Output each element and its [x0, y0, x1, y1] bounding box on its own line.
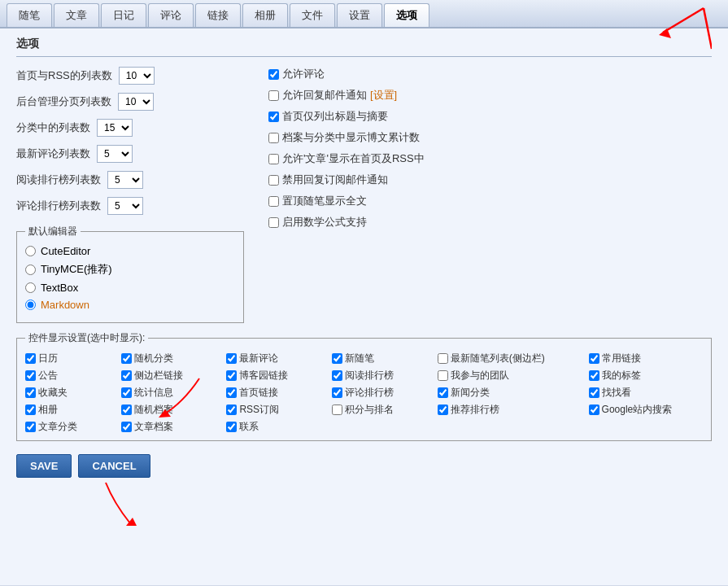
widget-stats: 统计信息 — [121, 386, 214, 400]
label-admin: 后台管理分页列表数 — [16, 94, 111, 109]
cb-common-links[interactable] — [589, 353, 599, 364]
cb-disable-reply-input[interactable] — [268, 175, 279, 186]
cb-google-search[interactable] — [589, 405, 599, 415]
cb-article-archive[interactable] — [121, 422, 132, 432]
form-row-4: 阅读排行榜列表数 5101520 — [16, 171, 244, 189]
radio-cute-label: CuteEditor — [41, 245, 90, 257]
widget-comment-rank: 评论排行榜 — [332, 386, 425, 400]
widget-random-archive: 随机档案 — [121, 403, 214, 417]
widget-sidebar-links: 侧边栏链接 — [121, 369, 214, 383]
tab-xiangce[interactable]: 相册 — [242, 3, 288, 27]
cb-home-link[interactable] — [226, 387, 237, 398]
radio-cute: CuteEditor — [25, 245, 235, 257]
cb-sidebar-links[interactable] — [121, 370, 132, 381]
select-rss[interactable]: 1051520 — [119, 67, 155, 85]
cb-new-post[interactable] — [332, 353, 342, 364]
tab-suibi[interactable]: 随笔 — [7, 3, 52, 27]
radio-tiny-label: TinyMCE(推荐) — [41, 262, 112, 277]
widget-article-cat: 文章分类 — [25, 420, 108, 434]
cb-math: 启用数学公式支持 — [268, 215, 712, 230]
cb-article-cat[interactable] — [25, 422, 36, 432]
tab-riji[interactable]: 日记 — [101, 3, 146, 27]
radio-cute-input[interactable] — [25, 246, 36, 256]
label-read: 阅读排行榜列表数 — [16, 173, 101, 187]
widget-read-rank: 阅读排行榜 — [332, 369, 425, 383]
cb-email-notify-link[interactable]: [设置] — [370, 88, 397, 103]
cb-recommend-rank[interactable] — [438, 405, 448, 415]
cb-rss[interactable] — [226, 405, 237, 415]
widget-google-search: Google站内搜索 — [589, 403, 703, 417]
tab-xuanxiang[interactable]: 选项 — [384, 3, 429, 27]
tab-wenzhang[interactable]: 文章 — [54, 3, 99, 27]
select-admin[interactable]: 1051520 — [118, 93, 154, 111]
cb-email-notify: 允许回复邮件通知 [设置] — [268, 88, 712, 103]
tab-pinglun[interactable]: 评论 — [148, 3, 194, 27]
widget-post-list: 最新随笔列表(侧边栏) — [438, 352, 576, 365]
widget-common-links: 常用链接 — [589, 352, 703, 365]
cb-team[interactable] — [438, 370, 448, 381]
widget-new-post: 新随笔 — [332, 352, 425, 365]
widget-album: 相册 — [25, 403, 108, 417]
tab-shezhi[interactable]: 设置 — [337, 3, 382, 27]
cb-favorites[interactable] — [25, 387, 36, 398]
page-content: 选项 首页与RSS的列表数 1051520 后台管理分页列表数 1051520 — [0, 28, 728, 585]
cb-calendar[interactable] — [25, 353, 36, 364]
cb-homepage-title-label: 首页仅列出标题与摘要 — [282, 109, 388, 124]
tab-lianjie[interactable]: 链接 — [195, 3, 241, 27]
cb-contact[interactable] — [226, 422, 237, 432]
tab-wenjian[interactable]: 文件 — [290, 3, 335, 27]
cancel-button[interactable]: CANCEL — [78, 454, 150, 478]
widget-search: 找找看 — [589, 386, 703, 400]
radio-textbox: TextBox — [25, 282, 235, 294]
widget-notice: 公告 — [25, 369, 108, 383]
cb-allow-comment-input[interactable] — [268, 69, 279, 80]
save-button[interactable]: SAVE — [16, 454, 72, 478]
main-layout: 首页与RSS的列表数 1051520 后台管理分页列表数 1051520 分类中… — [16, 67, 712, 323]
nav-bar: 随笔 文章 日记 评论 链接 相册 文件 设置 选项 — [0, 0, 728, 28]
cb-score[interactable] — [332, 405, 342, 415]
cb-homepage-title-input[interactable] — [268, 112, 279, 122]
radio-tiny: TinyMCE(推荐) — [25, 262, 235, 277]
radio-tiny-input[interactable] — [25, 265, 36, 275]
select-category[interactable]: 1551020 — [97, 119, 133, 137]
form-row-1: 后台管理分页列表数 1051520 — [16, 93, 244, 111]
cb-top-full-input[interactable] — [268, 196, 279, 207]
label-comment: 最新评论列表数 — [16, 146, 90, 161]
editor-legend: 默认编辑器 — [25, 225, 81, 238]
select-review[interactable]: 5101520 — [107, 197, 143, 215]
widget-rss: RSS订阅 — [226, 403, 319, 417]
widget-article-archive: 文章档案 — [121, 420, 214, 434]
cb-archive-count-input[interactable] — [268, 133, 279, 143]
cb-my-tags[interactable] — [589, 370, 599, 381]
cb-disable-reply: 禁用回复订阅邮件通知 — [268, 173, 712, 187]
select-read[interactable]: 5101520 — [107, 171, 143, 189]
cb-latest-comment[interactable] — [226, 353, 237, 364]
cb-stats[interactable] — [121, 387, 132, 398]
cb-random-archive[interactable] — [121, 405, 132, 415]
widget-contact: 联系 — [226, 420, 319, 434]
cb-math-input[interactable] — [268, 217, 279, 228]
cb-album[interactable] — [25, 405, 36, 415]
select-comment[interactable]: 5101520 — [97, 145, 133, 163]
form-row-5: 评论排行榜列表数 5101520 — [16, 197, 244, 215]
radio-markdown-input[interactable] — [25, 300, 36, 310]
left-column: 首页与RSS的列表数 1051520 后台管理分页列表数 1051520 分类中… — [16, 67, 244, 323]
radio-textbox-input[interactable] — [25, 282, 36, 293]
cb-blog-links[interactable] — [226, 370, 237, 381]
cb-email-notify-input[interactable] — [268, 90, 279, 101]
cb-notice[interactable] — [25, 370, 36, 381]
cb-article-rss-input[interactable] — [268, 154, 279, 164]
widget-legend: 控件显示设置(选中时显示): — [25, 331, 148, 345]
cb-post-list[interactable] — [438, 353, 448, 364]
cb-news-cat[interactable] — [438, 387, 448, 398]
cb-archive-count-label: 档案与分类中显示博文累计数 — [282, 130, 420, 145]
form-row-0: 首页与RSS的列表数 1051520 — [16, 67, 244, 85]
cb-comment-rank[interactable] — [332, 387, 342, 398]
widget-recommend-rank: 推荐排行榜 — [438, 403, 576, 417]
btn-row: SAVE CANCEL — [16, 454, 712, 478]
cb-random-cat[interactable] — [121, 353, 132, 364]
cb-read-rank[interactable] — [332, 370, 342, 381]
cb-search[interactable] — [589, 387, 599, 398]
cb-email-notify-label: 允许回复邮件通知 — [282, 88, 367, 103]
widget-random-cat: 随机分类 — [121, 352, 214, 365]
